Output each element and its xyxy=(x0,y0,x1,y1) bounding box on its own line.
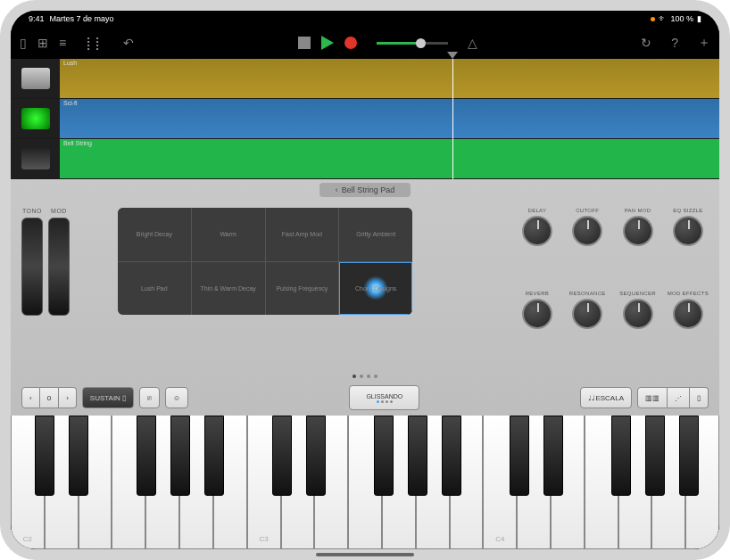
battery-percent: 100 % xyxy=(670,14,693,23)
resonance-knob[interactable] xyxy=(572,299,602,329)
sequencer-knob[interactable] xyxy=(623,299,653,329)
toolbar: ▯ ⊞ ≡ ⡇⡇ ↶ △ ↻ ? ＋ xyxy=(11,27,719,59)
preset-button[interactable]: Gritty Ambient xyxy=(339,208,412,261)
track-label: Bell String xyxy=(63,140,92,146)
key-label: C2 xyxy=(23,535,32,543)
track-region[interactable] xyxy=(60,139,719,178)
knob-label: REVERB xyxy=(526,291,549,296)
track-label: Sci-fi xyxy=(63,100,78,106)
octave-display: 0 xyxy=(40,387,59,408)
black-key[interactable] xyxy=(510,416,529,496)
mod-wheel[interactable] xyxy=(48,218,70,316)
file-icon[interactable]: ▯ xyxy=(20,36,27,50)
track-row[interactable]: Sci-fi xyxy=(11,99,719,139)
status-time: 9:41 xyxy=(29,14,45,23)
octave-up-button[interactable]: › xyxy=(59,387,77,408)
knob-label: RESONANCE xyxy=(569,291,606,296)
mod-wheel-label: MOD xyxy=(51,208,67,214)
status-date: Martes 7 de mayo xyxy=(50,14,114,23)
instrument-name: Bell String Pad xyxy=(342,185,395,194)
knob-grid: DELAY CUTOFF PAN MOD EQ SIZZLE REVERB RE… xyxy=(517,208,709,366)
keyboard-layout-button[interactable]: ⎚ xyxy=(139,387,160,408)
eqsizzle-knob[interactable] xyxy=(673,216,703,246)
undo-icon[interactable]: ↶ xyxy=(123,36,134,50)
black-key[interactable] xyxy=(204,416,224,496)
volume-slider[interactable] xyxy=(377,42,448,45)
mixer-icon[interactable]: ⡇⡇ xyxy=(86,36,104,50)
black-key[interactable] xyxy=(272,416,292,496)
location-dot xyxy=(651,17,655,21)
octave-down-button[interactable]: ‹ xyxy=(21,387,40,408)
preset-button[interactable]: Lush Pad xyxy=(118,262,191,316)
escala-button[interactable]: ♩♩ ESCALA xyxy=(580,387,632,408)
record-button[interactable] xyxy=(344,37,357,49)
loop-icon[interactable]: ↻ xyxy=(641,36,651,50)
face-button[interactable]: ☺ xyxy=(165,387,188,408)
black-key[interactable] xyxy=(306,416,326,496)
modeffects-knob[interactable] xyxy=(673,299,703,329)
preset-grid: Bright Decay Warm Fast Amp Mod Gritty Am… xyxy=(118,208,412,315)
status-bar: 9:41 Martes 7 de mayo ᯤ 100 % ▮ xyxy=(11,11,719,27)
track-row[interactable]: Bell String xyxy=(11,139,719,179)
cutoff-knob[interactable] xyxy=(572,216,602,246)
preset-button[interactable]: Bright Decay xyxy=(118,208,191,261)
keyboard-view-button[interactable]: ▥▥ xyxy=(637,387,668,408)
key-label: C4 xyxy=(495,535,504,543)
arpeggiator-button[interactable]: ⋰ xyxy=(668,387,690,408)
play-button[interactable] xyxy=(321,36,334,50)
black-key[interactable] xyxy=(137,416,156,496)
instrument-selector[interactable]: ‹ Bell String Pad xyxy=(319,183,411,197)
knob-label: EQ SIZZLE xyxy=(673,208,702,213)
add-icon[interactable]: ＋ xyxy=(698,35,710,51)
delay-knob[interactable] xyxy=(522,216,552,246)
preset-button[interactable]: Chord Designs xyxy=(339,262,412,316)
preset-button[interactable]: Warm xyxy=(192,208,265,261)
drum-machine-icon xyxy=(21,68,50,89)
keyboard-icon xyxy=(21,148,50,169)
view-icon[interactable]: ≡ xyxy=(59,36,66,50)
sustain-button[interactable]: SUSTAIN ▯ xyxy=(82,387,134,408)
key-label: C3 xyxy=(259,535,268,543)
black-key[interactable] xyxy=(645,416,665,496)
wifi-icon: ᯤ xyxy=(659,14,667,23)
instrument-panel: ‹ Bell String Pad TONO MOD Bright xyxy=(11,179,719,549)
split-button[interactable]: ▯ xyxy=(690,387,709,408)
browser-icon[interactable]: ⊞ xyxy=(37,36,48,50)
black-key[interactable] xyxy=(442,416,461,496)
knob-label: DELAY xyxy=(528,208,547,213)
preset-button[interactable]: Thin & Warm Decay xyxy=(192,262,265,316)
metronome-icon[interactable]: △ xyxy=(468,36,477,50)
knob-label: PAN MOD xyxy=(625,208,651,213)
knob-label: SEQUENCER xyxy=(619,291,656,296)
ufo-icon xyxy=(21,108,50,129)
help-icon[interactable]: ? xyxy=(671,36,678,50)
knob-label: CUTOFF xyxy=(576,208,599,213)
piano-keyboard: C2C3C4 xyxy=(11,416,719,549)
tracks-area: Lush Sci-fi Bell String xyxy=(11,59,719,179)
stop-button[interactable] xyxy=(298,37,311,49)
playhead[interactable] xyxy=(452,59,453,179)
battery-icon: ▮ xyxy=(697,14,701,23)
preset-button[interactable]: Fast Amp Mod xyxy=(266,208,339,261)
panmod-knob[interactable] xyxy=(623,216,653,246)
black-key[interactable] xyxy=(408,416,427,496)
page-indicator[interactable] xyxy=(11,373,719,380)
black-key[interactable] xyxy=(679,416,699,496)
preset-button[interactable]: Pulsing Frequency xyxy=(266,262,339,316)
black-key[interactable] xyxy=(69,416,88,496)
black-key[interactable] xyxy=(170,416,190,496)
pitch-wheel-label: TONO xyxy=(22,208,42,214)
reverb-knob[interactable] xyxy=(522,299,552,329)
knob-label: MOD EFFECTS xyxy=(668,291,709,296)
pitch-wheel[interactable] xyxy=(21,218,43,316)
glissando-button[interactable]: GLISSANDO xyxy=(349,385,419,410)
black-key[interactable] xyxy=(543,416,563,496)
black-key[interactable] xyxy=(611,416,631,496)
track-row[interactable]: Lush xyxy=(11,59,719,99)
track-label: Lush xyxy=(63,60,77,66)
chevron-left-icon: ‹ xyxy=(336,185,338,194)
track-region[interactable] xyxy=(60,59,719,98)
black-key[interactable] xyxy=(374,416,394,496)
black-key[interactable] xyxy=(35,416,54,496)
track-region[interactable] xyxy=(60,99,719,138)
